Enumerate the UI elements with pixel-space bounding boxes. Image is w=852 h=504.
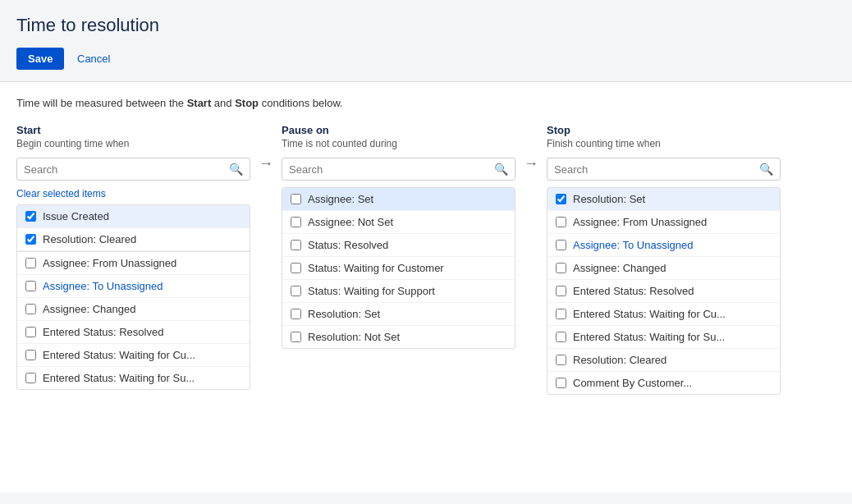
- stop-item-checkbox-2[interactable]: [556, 240, 566, 250]
- stop-item-checkbox-5[interactable]: [556, 309, 566, 319]
- stop-item-label-2: Assignee: To Unassigned: [573, 239, 693, 251]
- stop-item-checkbox-6[interactable]: [556, 332, 566, 342]
- stop-column-title: Stop: [547, 124, 781, 136]
- start-item-checkbox-5[interactable]: [25, 327, 36, 337]
- start-column-header: Start Begin counting time when: [16, 124, 250, 149]
- start-item-checkbox-6[interactable]: [25, 350, 36, 360]
- start-item-label-7: Entered Status: Waiting for Su...: [43, 372, 195, 384]
- stop-item-label-3: Assignee: Changed: [573, 262, 666, 274]
- start-item-checkbox-7[interactable]: [25, 373, 36, 383]
- pause-item-label-2: Status: Resolved: [308, 239, 388, 251]
- pause-column-title: Pause on: [282, 124, 515, 136]
- pause-item-checkbox-4[interactable]: [291, 286, 301, 296]
- start-item-checkbox-0[interactable]: [25, 211, 36, 222]
- stop-item-label-7: Resolution: Cleared: [573, 354, 666, 366]
- pause-list-box: Assignee: Set Assignee: Not Set Status: …: [282, 187, 515, 349]
- list-item[interactable]: Status: Waiting for Support: [282, 280, 515, 303]
- list-item[interactable]: Resolution: Set: [547, 188, 780, 211]
- stop-search-icon[interactable]: 🔍: [759, 163, 773, 176]
- list-item[interactable]: Entered Status: Waiting for Cu...: [547, 303, 780, 326]
- stop-item-label-8: Comment By Customer...: [573, 377, 692, 389]
- pause-item-label-3: Status: Waiting for Customer: [308, 262, 444, 274]
- stop-column: Stop Finish counting time when 🔍 Resolut…: [547, 124, 781, 395]
- list-item[interactable]: Entered Status: Resolved: [547, 280, 780, 303]
- list-item[interactable]: Entered Status: Waiting for Su...: [17, 367, 250, 389]
- start-item-checkbox-4[interactable]: [25, 304, 36, 314]
- cancel-button[interactable]: Cancel: [74, 48, 113, 70]
- list-item[interactable]: Entered Status: Resolved: [17, 321, 250, 344]
- pause-item-label-0: Assignee: Set: [308, 193, 373, 205]
- start-search-input[interactable]: [24, 163, 229, 176]
- pause-item-label-5: Resolution: Set: [308, 308, 380, 320]
- start-search-icon[interactable]: 🔍: [229, 163, 243, 176]
- pause-item-checkbox-5[interactable]: [291, 309, 301, 319]
- list-item[interactable]: Status: Resolved: [282, 234, 515, 257]
- start-item-label-5: Entered Status: Resolved: [43, 326, 163, 338]
- list-item[interactable]: Resolution: Cleared: [17, 228, 250, 251]
- pause-column: Pause on Time is not counted during 🔍 As…: [282, 124, 515, 349]
- columns-wrapper: Start Begin counting time when 🔍 Clear s…: [16, 124, 836, 395]
- list-item[interactable]: Assignee: Not Set: [282, 211, 515, 234]
- start-item-checkbox-3[interactable]: [25, 281, 36, 291]
- pause-item-checkbox-2[interactable]: [291, 240, 301, 250]
- list-item[interactable]: Assignee: From Unassigned: [17, 252, 250, 275]
- stop-item-label-6: Entered Status: Waiting for Su...: [573, 331, 725, 343]
- main-content: Time will be measured between the Start …: [0, 82, 852, 493]
- list-item[interactable]: Issue Created: [17, 205, 250, 228]
- pause-search-icon[interactable]: 🔍: [494, 163, 508, 176]
- stop-search-box[interactable]: 🔍: [547, 158, 781, 181]
- pause-search-input[interactable]: [289, 163, 494, 176]
- start-item-label-0: Issue Created: [43, 210, 109, 222]
- list-item[interactable]: Status: Waiting for Customer: [282, 257, 515, 280]
- stop-item-checkbox-4[interactable]: [556, 286, 566, 296]
- stop-item-checkbox-8[interactable]: [556, 378, 566, 388]
- list-item[interactable]: Resolution: Set: [282, 303, 515, 326]
- stop-search-input[interactable]: [554, 163, 759, 176]
- list-item[interactable]: Assignee: From Unassigned: [547, 211, 780, 234]
- pause-item-checkbox-6[interactable]: [291, 332, 301, 342]
- pause-item-checkbox-0[interactable]: [291, 194, 301, 204]
- start-item-checkbox-1[interactable]: [25, 234, 36, 245]
- save-button[interactable]: Save: [16, 48, 64, 70]
- pause-item-checkbox-1[interactable]: [291, 217, 301, 227]
- list-item[interactable]: Assignee: To Unassigned: [17, 275, 250, 298]
- list-item[interactable]: Resolution: Cleared: [547, 349, 780, 372]
- stop-item-checkbox-7[interactable]: [556, 355, 566, 365]
- list-item[interactable]: Assignee: Set: [282, 188, 515, 211]
- list-item[interactable]: Assignee: To Unassigned: [547, 234, 780, 257]
- start-item-label-1: Resolution: Cleared: [43, 233, 136, 245]
- start-item-label-6: Entered Status: Waiting for Cu...: [43, 349, 195, 361]
- description-text: Time will be measured between the Start …: [16, 97, 836, 109]
- stop-item-label-0: Resolution: Set: [573, 193, 645, 205]
- page-header: Time to resolution Save Cancel: [0, 0, 852, 82]
- list-item[interactable]: Entered Status: Waiting for Cu...: [17, 344, 250, 367]
- pause-column-subtitle: Time is not counted during: [282, 138, 515, 149]
- list-item[interactable]: Comment By Customer...: [547, 372, 780, 394]
- page-title: Time to resolution: [16, 15, 836, 36]
- stop-item-checkbox-0[interactable]: [556, 194, 566, 204]
- list-item[interactable]: Entered Status: Waiting for Su...: [547, 326, 780, 349]
- pause-column-header: Pause on Time is not counted during: [282, 124, 515, 149]
- start-list-box: Issue Created Resolution: Cleared Assign…: [16, 204, 250, 390]
- header-actions: Save Cancel: [16, 48, 836, 70]
- list-item[interactable]: Assignee: Changed: [17, 298, 250, 321]
- pause-item-label-1: Assignee: Not Set: [308, 216, 393, 228]
- stop-item-label-4: Entered Status: Resolved: [573, 285, 694, 297]
- start-column-subtitle: Begin counting time when: [16, 138, 250, 149]
- arrow-start-to-pause: →: [250, 124, 282, 172]
- list-item[interactable]: Resolution: Not Set: [282, 326, 515, 348]
- pause-search-box[interactable]: 🔍: [282, 158, 515, 181]
- clear-selected-link[interactable]: Clear selected items: [16, 188, 106, 199]
- pause-item-label-4: Status: Waiting for Support: [308, 285, 435, 297]
- start-search-box[interactable]: 🔍: [16, 158, 250, 181]
- start-item-checkbox-2[interactable]: [25, 258, 36, 268]
- pause-item-checkbox-3[interactable]: [291, 263, 301, 273]
- stop-column-header: Stop Finish counting time when: [547, 124, 781, 149]
- stop-item-checkbox-1[interactable]: [556, 217, 566, 227]
- pause-item-label-6: Resolution: Not Set: [308, 331, 400, 343]
- stop-column-subtitle: Finish counting time when: [547, 138, 781, 149]
- list-item[interactable]: Assignee: Changed: [547, 257, 780, 280]
- arrow-pause-to-stop: →: [515, 124, 547, 172]
- start-column-title: Start: [16, 124, 250, 136]
- stop-item-checkbox-3[interactable]: [556, 263, 566, 273]
